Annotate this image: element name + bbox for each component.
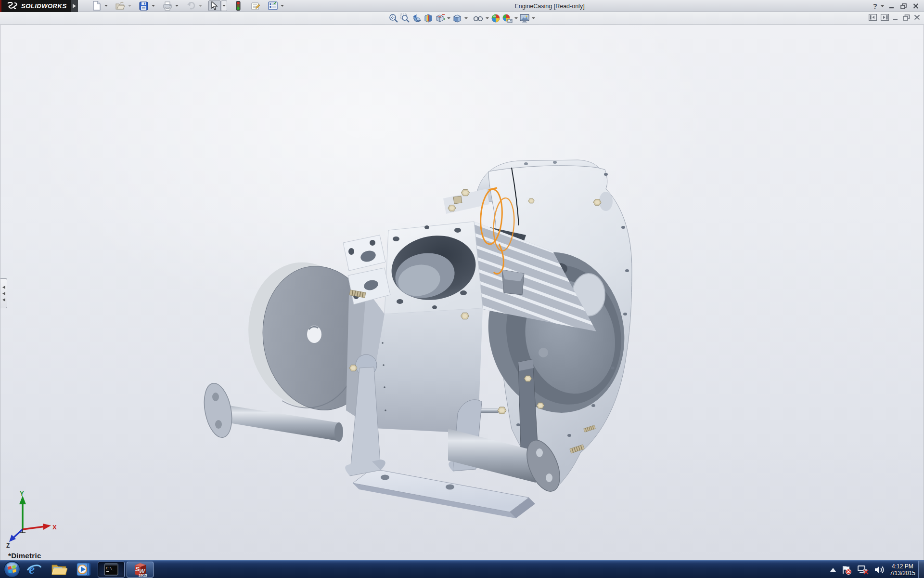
undo-dropdown[interactable] [197, 0, 204, 11]
folder-icon [51, 563, 67, 576]
doc-restore-icon[interactable] [903, 14, 910, 21]
zoom-to-area-icon [400, 13, 410, 23]
rebuild-stoplight-icon [236, 1, 241, 11]
base-plate[interactable] [353, 469, 535, 518]
solidworks-logo[interactable]: SOLIDWORKS [0, 0, 71, 12]
windows-start-icon [3, 561, 21, 578]
restore-button[interactable] [899, 2, 908, 10]
apply-scene-button[interactable] [501, 13, 513, 24]
network-status-icon[interactable] [857, 565, 869, 575]
edit-appearance-icon [491, 13, 500, 23]
view-settings-dropdown[interactable] [530, 13, 536, 24]
taskbar-item-windows-explorer[interactable] [47, 561, 72, 578]
select-tool-button[interactable] [208, 0, 221, 11]
taskbar-clock[interactable]: 4:12 PM 7/13/2015 [890, 563, 917, 577]
view-orientation-dropdown[interactable] [446, 13, 451, 24]
taskbar-item-command-prompt[interactable]: C:\_ [98, 562, 125, 578]
print-dropdown[interactable] [174, 0, 180, 11]
save-button[interactable] [138, 0, 150, 11]
undo-button[interactable] [185, 0, 197, 11]
feature-tree-collapse-tab[interactable] [0, 278, 7, 308]
display-style-button[interactable] [451, 13, 463, 24]
taskbar-item-internet-explorer[interactable]: e [22, 561, 47, 578]
previous-view-icon [412, 13, 422, 23]
quick-access-toolbar [90, 0, 290, 12]
taskbar-item-media-player[interactable] [72, 561, 97, 578]
show-hidden-icons-button[interactable] [830, 568, 836, 572]
window-controls: ? [873, 0, 920, 12]
apply-scene-icon [502, 13, 513, 23]
options-list-button[interactable] [267, 0, 279, 11]
hide-show-items-button[interactable] [473, 13, 484, 24]
svg-text:C:\_: C:\_ [106, 566, 115, 570]
collapse-arrow-icon [2, 292, 5, 295]
new-document-dropdown[interactable] [103, 0, 109, 11]
view-orientation-button[interactable] [434, 13, 446, 24]
show-desktop-button[interactable] [918, 561, 924, 578]
new-document-button[interactable] [90, 0, 103, 11]
triad-x-label: X [52, 524, 57, 531]
clock-date: 7/13/2015 [890, 570, 915, 577]
save-icon [139, 1, 148, 11]
action-center-icon[interactable] [841, 565, 852, 575]
help-dropdown[interactable] [881, 5, 884, 7]
start-button[interactable] [2, 561, 22, 578]
view-settings-button[interactable] [519, 13, 530, 24]
help-button[interactable]: ? [873, 2, 877, 10]
view-orientation-icon [435, 13, 445, 23]
media-player-icon [77, 562, 92, 577]
triad-z-label: Z [6, 542, 10, 548]
file-properties-button[interactable] [249, 0, 262, 11]
display-style-dropdown[interactable] [463, 13, 469, 24]
zoom-to-fit-button[interactable] [388, 13, 399, 24]
file-properties-icon [251, 1, 260, 11]
volume-icon[interactable] [874, 565, 885, 575]
gasket-plates[interactable] [343, 235, 390, 304]
document-title: EngineCasing [Read-only] [514, 0, 584, 12]
hide-show-items-dropdown[interactable] [484, 13, 490, 24]
open-document-icon [116, 1, 125, 10]
system-tray: 4:12 PM 7/13/2015 [830, 561, 917, 578]
open-document-dropdown[interactable] [127, 0, 133, 11]
print-button[interactable] [161, 0, 174, 11]
options-list-icon [268, 1, 278, 10]
command-prompt-icon: C:\_ [104, 563, 118, 576]
svg-text:e: e [29, 562, 35, 577]
document-window-controls [869, 14, 920, 21]
previous-view-button[interactable] [411, 13, 423, 24]
taskbar: e C:\_ [0, 560, 924, 578]
internet-explorer-icon: e [26, 562, 42, 577]
select-tool-dropdown[interactable] [221, 0, 227, 11]
menu-flyout-arrow[interactable] [71, 0, 78, 12]
headsup-view-toolbar [388, 13, 536, 24]
solidworks-logo-text: SOLIDWORKS [21, 2, 67, 10]
apply-scene-dropdown[interactable] [513, 13, 519, 24]
solidworks-logo-icon [6, 2, 18, 10]
engine-casing-model[interactable] [0, 25, 924, 560]
graphics-viewport[interactable]: Y X Z *Dimetric [0, 25, 924, 560]
print-icon [163, 1, 172, 11]
close-button[interactable] [911, 2, 920, 10]
collapse-pane-icon[interactable] [869, 14, 877, 21]
expand-pane-icon[interactable] [881, 14, 889, 21]
triad-y-label: Y [20, 490, 24, 497]
doc-minimize-icon[interactable] [893, 15, 899, 20]
solidworks-2015-icon: S W 2015 [132, 562, 148, 577]
doc-close-icon[interactable] [914, 14, 920, 20]
section-view-button[interactable] [423, 13, 434, 24]
menu-row [0, 12, 924, 25]
rebuild-stoplight-button[interactable] [232, 0, 244, 11]
options-list-dropdown[interactable] [279, 0, 285, 11]
zoom-to-area-button[interactable] [399, 13, 411, 24]
minimize-button[interactable] [887, 2, 896, 10]
edit-appearance-button[interactable] [490, 13, 501, 24]
open-document-button[interactable] [114, 0, 127, 11]
save-dropdown[interactable] [150, 0, 156, 11]
taskbar-item-solidworks[interactable]: S W 2015 [127, 562, 154, 578]
collapse-arrow-icon [2, 286, 5, 289]
clock-time: 4:12 PM [890, 563, 915, 570]
view-settings-icon [519, 13, 530, 23]
new-document-icon [92, 1, 101, 11]
svg-text:2015: 2015 [139, 573, 147, 577]
cylinder-mount-face[interactable] [385, 222, 483, 314]
